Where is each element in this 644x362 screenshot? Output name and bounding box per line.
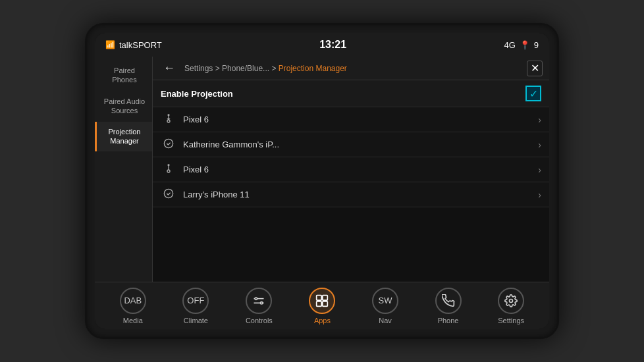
device-name-3: Pixel 6 [183,165,538,174]
nav-item-phone[interactable]: Phone [435,288,462,324]
device-name-4: Larry's iPhone 11 [183,190,538,199]
network-label: 4G [504,40,515,50]
svg-rect-17 [323,301,328,306]
sidebar-item-paired-audio[interactable]: Paired Audio Sources [95,91,152,121]
phone-label: Phone [438,317,459,324]
device-name-1: Pixel 6 [183,115,538,124]
svg-point-8 [255,297,257,299]
nav-item-controls[interactable]: Controls [246,288,273,324]
device-row[interactable]: Pixel 6 › [153,157,549,182]
chevron-icon-2: › [538,140,541,150]
content-panel: ← Settings > Phone/Blue... > Projection … [153,57,549,282]
breadcrumb-active: Projection Manager [279,64,347,73]
apps-label: Apps [314,317,331,324]
device-row[interactable]: Larry's iPhone 11 › [153,182,549,207]
device-list: Enable Projection ✓ [153,80,549,282]
status-bar: 📶 talkSPORT 13:21 4G 📍 9 [95,33,549,57]
main-content: Paired Phones Paired Audio Sources Proje… [95,57,549,282]
bottom-nav: DAB Media OFF Climate [95,282,549,329]
breadcrumb: Settings > Phone/Blue... > Projection Ma… [184,64,522,73]
media-label: Media [123,317,143,324]
nav-item-nav[interactable]: SW Nav [372,288,398,324]
svg-rect-14 [317,295,322,300]
carrier-label: talkSPORT [119,40,162,50]
breadcrumb-path: Settings > Phone/Blue... > [184,64,279,73]
enable-projection-checkbox[interactable]: ✓ [525,86,541,101]
svg-point-7 [164,189,173,197]
svg-point-2 [167,120,170,122]
carplay-icon-2 [161,188,176,201]
device-row[interactable]: Katherine Gammon's iP... › [153,132,549,157]
nav-item-settings[interactable]: Settings [498,288,524,324]
chevron-icon-3: › [538,165,541,175]
usb-icon-2 [161,163,176,176]
apps-icon [309,288,335,314]
content-header: ← Settings > Phone/Blue... > Projection … [153,57,549,80]
chevron-icon-4: › [538,190,541,200]
signal-icon: 📶 [105,40,115,49]
climate-label: Climate [184,317,208,324]
nav-label: Nav [379,317,392,324]
gps-value: 9 [534,40,539,50]
controls-label: Controls [246,317,273,324]
svg-rect-4 [168,164,170,166]
nav-item-climate[interactable]: OFF Climate [182,288,209,324]
clock-display: 13:21 [319,39,346,51]
enable-projection-row[interactable]: Enable Projection ✓ [153,80,549,107]
nav-item-apps[interactable]: Apps [309,288,335,324]
usb-icon [161,113,176,126]
svg-point-6 [167,170,170,172]
infotainment-bezel: 📶 talkSPORT 13:21 4G 📍 9 Paired Phones P… [85,23,559,339]
device-name-2: Katherine Gammon's iP... [183,140,538,149]
phone-icon [435,288,462,314]
media-icon: DAB [120,288,146,314]
device-row[interactable]: Pixel 6 › [153,107,549,132]
enable-projection-label: Enable Projection [161,89,233,99]
settings-icon [498,288,524,314]
gps-icon: 📍 [520,40,530,50]
back-button[interactable]: ← [159,61,179,75]
status-right: 4G 📍 9 [504,40,539,50]
sidebar-item-projection-manager[interactable]: Projection Manager [95,122,152,151]
controls-icon [246,288,272,314]
svg-point-9 [261,301,263,303]
status-left: 📶 talkSPORT [105,40,162,50]
climate-icon: OFF [182,288,209,314]
infotainment-screen: 📶 talkSPORT 13:21 4G 📍 9 Paired Phones P… [95,33,549,329]
carplay-icon [161,138,176,151]
svg-point-3 [164,139,173,147]
settings-label: Settings [498,317,524,324]
sidebar: Paired Phones Paired Audio Sources Proje… [95,57,153,282]
svg-rect-16 [317,301,322,306]
chevron-icon-1: › [538,115,541,125]
svg-rect-0 [168,114,170,116]
sidebar-item-paired-phones[interactable]: Paired Phones [95,61,152,90]
nav-icon: SW [372,288,398,314]
close-button[interactable]: ✕ [527,61,543,76]
nav-item-media[interactable]: DAB Media [120,288,146,324]
svg-point-18 [510,299,513,302]
svg-rect-15 [323,295,328,300]
